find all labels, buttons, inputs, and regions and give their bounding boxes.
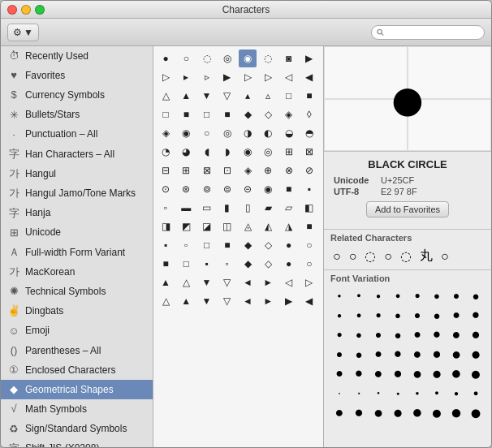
char-cell[interactable]: ▽	[218, 274, 236, 291]
char-cell[interactable]: ⊗	[280, 162, 298, 179]
search-input[interactable]	[387, 28, 479, 37]
sidebar-item-unicode[interactable]: ⊞Unicode	[1, 223, 153, 243]
char-cell[interactable]: ⊟	[157, 162, 175, 179]
char-cell[interactable]: ⊝	[239, 180, 257, 198]
char-cell[interactable]: ◊	[300, 106, 318, 123]
sidebar-item-fullwidth[interactable]: ＡFull-width Form Variant	[1, 243, 153, 262]
font-var-cell[interactable]: ●	[369, 286, 387, 304]
font-var-cell[interactable]: ●	[428, 403, 446, 421]
font-var-cell[interactable]: ●	[467, 345, 485, 363]
font-var-cell[interactable]: ●	[467, 286, 485, 304]
char-cell[interactable]: ▭	[198, 199, 216, 217]
char-cell[interactable]: ◁	[280, 274, 298, 291]
char-cell[interactable]: ◈	[157, 124, 175, 142]
char-cell[interactable]: □	[198, 236, 216, 254]
font-var-cell[interactable]: ●	[447, 286, 465, 304]
char-cell[interactable]: ▲	[157, 274, 175, 291]
char-cell[interactable]: ■	[300, 218, 318, 235]
char-cell[interactable]: ■	[280, 180, 298, 198]
sidebar-item-hangul[interactable]: 가Hangul	[1, 164, 153, 183]
char-cell[interactable]: ◫	[218, 218, 236, 235]
char-cell[interactable]: ►	[259, 274, 277, 291]
sidebar-item-punctuation-all[interactable]: ·Punctuation – All	[1, 125, 153, 144]
char-cell[interactable]: ◬	[239, 218, 257, 235]
font-var-cell[interactable]: ●	[428, 306, 446, 324]
char-cell[interactable]: □	[198, 106, 216, 123]
char-cell[interactable]: ◭	[259, 218, 277, 235]
sidebar-item-sign-standard[interactable]: ♻Sign/Standard Symbols	[1, 420, 153, 439]
related-char[interactable]: ◌	[362, 247, 378, 265]
font-var-cell[interactable]: ●	[330, 306, 348, 324]
char-cell[interactable]: △	[177, 274, 195, 291]
char-cell[interactable]: ▽	[218, 87, 236, 105]
char-cell[interactable]: ■	[218, 106, 236, 123]
font-var-cell[interactable]: ●	[389, 384, 407, 402]
char-cell[interactable]: ▹	[198, 68, 216, 86]
sidebar-item-currency-symbols[interactable]: $Currency Symbols	[1, 85, 153, 105]
char-cell[interactable]: ▽	[218, 292, 236, 310]
char-cell[interactable]: ◌	[198, 50, 216, 67]
char-cell[interactable]: ⊞	[280, 143, 298, 161]
font-var-cell[interactable]: ●	[467, 403, 485, 421]
char-cell[interactable]: ▫	[177, 236, 195, 254]
font-var-cell[interactable]: ●	[330, 345, 348, 363]
font-var-cell[interactable]: ●	[408, 286, 426, 304]
font-var-cell[interactable]: ●	[428, 325, 446, 343]
char-cell[interactable]: ◇	[259, 236, 277, 254]
sidebar-item-bullets-stars[interactable]: ✳Bullets/Stars	[1, 106, 153, 125]
sidebar-item-hanja[interactable]: 字Hanja	[1, 204, 153, 223]
font-var-cell[interactable]: ●	[408, 384, 426, 402]
char-cell[interactable]: ⊜	[218, 180, 236, 198]
font-var-cell[interactable]: ●	[369, 384, 387, 402]
char-cell[interactable]: ◩	[177, 218, 195, 235]
font-var-cell[interactable]: ●	[447, 306, 465, 324]
char-cell[interactable]: ⊕	[259, 162, 277, 179]
char-cell[interactable]: ◔	[157, 143, 175, 161]
font-var-cell[interactable]: ●	[350, 286, 368, 304]
char-cell[interactable]: ◨	[157, 218, 175, 235]
font-var-cell[interactable]: ●	[330, 286, 348, 304]
char-cell[interactable]: ◉	[259, 180, 277, 198]
char-cell[interactable]: ◌	[259, 50, 277, 67]
sidebar-item-geometrical-shapes[interactable]: ◆Geometrical Shapes	[1, 380, 153, 399]
char-cell[interactable]: ◐	[259, 124, 277, 142]
char-cell[interactable]: ▪	[198, 255, 216, 273]
char-cell[interactable]: ⊘	[300, 162, 318, 179]
minimize-button[interactable]	[21, 5, 31, 15]
char-cell[interactable]: ◉	[177, 124, 195, 142]
sidebar-item-technical-symbols[interactable]: ✺Technical Symbols	[1, 282, 153, 301]
font-var-cell[interactable]: ●	[428, 364, 446, 382]
char-cell[interactable]: □	[177, 255, 195, 273]
font-var-cell[interactable]: ●	[447, 325, 465, 343]
char-cell[interactable]: ▲	[177, 87, 195, 105]
char-cell[interactable]: ⊞	[177, 162, 195, 179]
font-var-cell[interactable]: ●	[467, 384, 485, 402]
char-cell[interactable]: ◇	[259, 255, 277, 273]
font-var-cell[interactable]: ●	[408, 306, 426, 324]
char-cell[interactable]: ▮	[218, 199, 236, 217]
font-var-cell[interactable]: ●	[447, 384, 465, 402]
char-cell[interactable]: ◆	[239, 106, 257, 123]
char-cell[interactable]: ◎	[259, 143, 277, 161]
font-var-cell[interactable]: ●	[467, 325, 485, 343]
char-cell[interactable]: □	[157, 106, 175, 123]
font-var-cell[interactable]: ●	[369, 345, 387, 363]
font-var-cell[interactable]: ●	[428, 384, 446, 402]
char-cell[interactable]: △	[157, 87, 175, 105]
sidebar-item-dingbats[interactable]: ✌Dingbats	[1, 301, 153, 321]
font-var-cell[interactable]: ●	[447, 403, 465, 421]
char-cell[interactable]: ▪	[300, 180, 318, 198]
font-var-cell[interactable]: ●	[350, 325, 368, 343]
char-cell[interactable]: ◆	[239, 236, 257, 254]
font-var-cell[interactable]: ●	[350, 384, 368, 402]
sidebar-item-math-symbols[interactable]: √Math Symbols	[1, 399, 153, 419]
char-cell[interactable]: ⊚	[198, 180, 216, 198]
char-cell[interactable]: ●	[157, 50, 175, 67]
char-cell[interactable]: ◗	[218, 143, 236, 161]
char-cell[interactable]: ◉	[239, 143, 257, 161]
font-var-cell[interactable]: ●	[330, 364, 348, 382]
font-var-cell[interactable]: ●	[369, 403, 387, 421]
char-cell[interactable]: ◒	[280, 124, 298, 142]
sidebar-item-recently-used[interactable]: ⏱Recently Used	[1, 46, 153, 66]
font-var-cell[interactable]: ●	[330, 325, 348, 343]
